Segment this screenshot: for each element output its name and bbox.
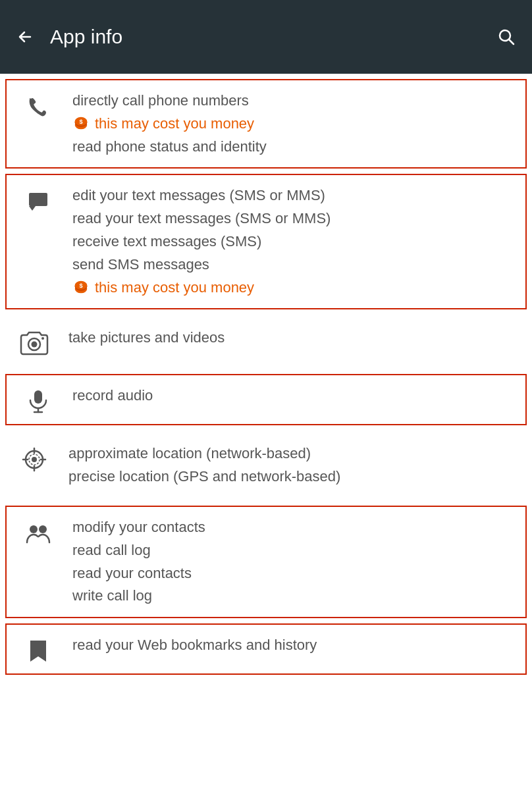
svg-rect-6 [29,193,47,206]
back-button[interactable] [16,28,34,46]
permission-text-item: read your contacts [72,564,512,584]
permission-text-item: record audio [72,386,512,406]
permission-item-phone: directly call phone numbers $ this may c… [5,79,527,169]
microphone-icon [20,386,57,413]
svg-rect-15 [34,390,42,404]
cost-warning-text: $ this may cost you money [72,114,512,134]
svg-text:$: $ [79,118,83,125]
message-icon [20,186,57,213]
permission-text-item: modify your contacts [72,517,512,538]
bookmark-icon [20,635,57,663]
permission-text-camera: take pictures and videos [68,328,516,348]
permission-text-bookmarks: read your Web bookmarks and history [72,635,512,656]
permission-text-item: send SMS messages [72,255,512,275]
permission-text-item: receive text messages (SMS) [72,232,512,252]
permission-text-item: read your Web bookmarks and history [72,635,512,656]
svg-point-19 [32,457,37,462]
permission-text-item: write call log [72,586,512,606]
permission-text-phone: directly call phone numbers $ this may c… [72,91,512,157]
search-icon[interactable] [496,27,516,47]
permission-item-bookmarks: read your Web bookmarks and history [5,623,527,675]
permission-text-location: approximate location (network-based)prec… [68,444,516,487]
permission-text-item: read call log [72,540,512,561]
app-header: App info [0,0,532,74]
cost-warning-text: $ this may cost you money [72,278,512,298]
permission-text-sms: edit your text messages (SMS or MMS)read… [72,186,512,298]
permission-text-item: read phone status and identity [72,137,512,157]
permission-text-item: approximate location (network-based) [68,444,516,464]
svg-point-14 [41,337,44,340]
permission-text-item: edit your text messages (SMS or MMS) [72,186,512,206]
phone-icon [20,91,57,118]
location-icon [16,444,53,473]
svg-text:$: $ [79,282,83,289]
permission-item-sms: edit your text messages (SMS or MMS)read… [5,174,527,309]
permission-text-item: read your text messages (SMS or MMS) [72,209,512,229]
svg-point-25 [30,525,38,533]
page-title: App info [50,26,122,48]
permission-item-microphone: record audio [5,374,527,425]
permission-text-item: directly call phone numbers [72,91,512,111]
contacts-icon [20,517,57,546]
camera-icon [16,328,53,356]
permission-text-item: precise location (GPS and network-based) [68,467,516,487]
permission-text-contacts: modify your contactsread call logread yo… [72,517,512,606]
permission-text-item: take pictures and videos [68,328,516,348]
svg-point-13 [32,342,38,348]
permissions-list: directly call phone numbers $ this may c… [0,79,532,675]
permission-item-camera: take pictures and videos [0,315,532,369]
permission-item-location: approximate location (network-based)prec… [0,431,532,500]
permission-text-microphone: record audio [72,386,512,406]
svg-point-26 [39,525,47,533]
permission-item-contacts: modify your contactsread call logread yo… [5,506,527,618]
